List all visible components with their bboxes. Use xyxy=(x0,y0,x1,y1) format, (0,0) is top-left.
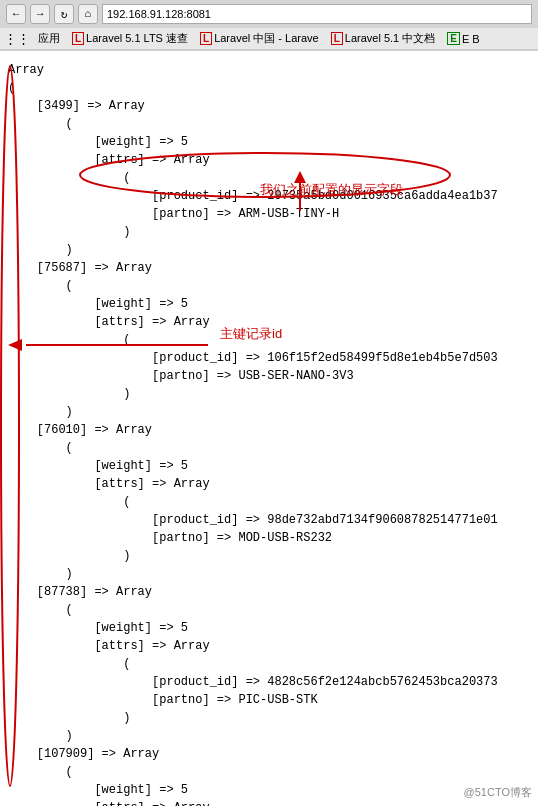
code-line-35: [weight] => 5 xyxy=(8,619,530,637)
code-line-33: [87738] => Array xyxy=(8,583,530,601)
code-line-9: [partno] => ARM-USB-TINY-H xyxy=(8,205,530,223)
address-bar[interactable] xyxy=(102,4,532,24)
bookmark-icon-1: L xyxy=(72,32,84,45)
bookmark-laravel2[interactable]: L Laravel 中国 - Larave xyxy=(196,30,323,47)
code-line-1: Array xyxy=(8,61,530,79)
code-line-31: ) xyxy=(8,565,530,583)
bookmark-laravel1-label: Laravel 5.1 LTS 速查 xyxy=(86,31,188,46)
code-line-18: [product_id] => 106f15f2ed58499f5d8e1eb4… xyxy=(8,349,530,367)
code-line-4: ( xyxy=(8,115,530,133)
code-line-5: [weight] => 5 xyxy=(8,133,530,151)
code-line-14: ( xyxy=(8,277,530,295)
code-line-15: [weight] => 5 xyxy=(8,295,530,313)
code-line-44: ( xyxy=(8,763,530,781)
bookmark-laravel3[interactable]: L Laravel 5.1 中文档 xyxy=(327,30,440,47)
browser-toolbar: ← → ↻ ⌂ xyxy=(0,0,538,28)
code-line-6: [attrs] => Array xyxy=(8,151,530,169)
bookmark-laravel1[interactable]: L Laravel 5.1 LTS 速查 xyxy=(68,30,192,47)
code-line-34: ( xyxy=(8,601,530,619)
annotation-display-field-text: 我们之前配置的显示字段 xyxy=(260,182,403,197)
watermark: @51CTO博客 xyxy=(464,785,532,800)
bookmark-icon-2: L xyxy=(200,32,212,45)
annotation-record-id: 主键记录id xyxy=(220,325,282,343)
code-line-46: [attrs] => Array xyxy=(8,799,530,806)
home-button[interactable]: ⌂ xyxy=(78,4,98,24)
code-line-43: [107909] => Array xyxy=(8,745,530,763)
code-line-21: ) xyxy=(8,403,530,421)
apps-icon[interactable]: ⋮⋮ xyxy=(4,31,30,46)
code-line-30: ) xyxy=(8,547,530,565)
bookmark-icon-4: E xyxy=(447,32,460,45)
annotation-record-id-text: 主键记录id xyxy=(220,326,282,341)
bookmark-laravel3-label: Laravel 5.1 中文档 xyxy=(345,31,435,46)
code-line-37: ( xyxy=(8,655,530,673)
bookmark-extra-label: E B xyxy=(462,33,480,45)
forward-button[interactable]: → xyxy=(30,4,50,24)
code-line-19: [partno] => USB-SER-NANO-3V3 xyxy=(8,367,530,385)
code-line-23: [76010] => Array xyxy=(8,421,530,439)
code-line-40: ) xyxy=(8,709,530,727)
bookmark-apps[interactable]: 应用 xyxy=(34,30,64,47)
code-line-38: [product_id] => 4828c56f2e124abcb5762453… xyxy=(8,673,530,691)
code-line-3: [3499] => Array xyxy=(8,97,530,115)
browser-chrome: ← → ↻ ⌂ ⋮⋮ 应用 L Laravel 5.1 LTS 速查 L Lar… xyxy=(0,0,538,51)
code-line-28: [product_id] => 98de732abd7134f906087825… xyxy=(8,511,530,529)
code-line-20: ) xyxy=(8,385,530,403)
annotation-display-field: 我们之前配置的显示字段 xyxy=(260,181,403,199)
code-line-36: [attrs] => Array xyxy=(8,637,530,655)
code-line-10: ) xyxy=(8,223,530,241)
code-line-39: [partno] => PIC-USB-STK xyxy=(8,691,530,709)
code-line-26: [attrs] => Array xyxy=(8,475,530,493)
bookmark-laravel2-label: Laravel 中国 - Larave xyxy=(214,31,319,46)
code-block: Array ( [3499] => Array ( [weight] => 5 … xyxy=(8,57,530,806)
code-line-29: [partno] => MOD-USB-RS232 xyxy=(8,529,530,547)
bookmark-icon-3: L xyxy=(331,32,343,45)
code-line-24: ( xyxy=(8,439,530,457)
code-line-2: ( xyxy=(8,79,530,97)
bookmark-extra[interactable]: E E B xyxy=(443,31,483,46)
bookmarks-bar: ⋮⋮ 应用 L Laravel 5.1 LTS 速查 L Laravel 中国 … xyxy=(0,28,538,50)
bookmark-apps-label: 应用 xyxy=(38,31,60,46)
back-button[interactable]: ← xyxy=(6,4,26,24)
code-line-25: [weight] => 5 xyxy=(8,457,530,475)
content-area: Array ( [3499] => Array ( [weight] => 5 … xyxy=(0,51,538,806)
refresh-button[interactable]: ↻ xyxy=(54,4,74,24)
code-line-13: [75687] => Array xyxy=(8,259,530,277)
code-line-45: [weight] => 5 xyxy=(8,781,530,799)
code-line-41: ) xyxy=(8,727,530,745)
code-line-11: ) xyxy=(8,241,530,259)
code-line-27: ( xyxy=(8,493,530,511)
